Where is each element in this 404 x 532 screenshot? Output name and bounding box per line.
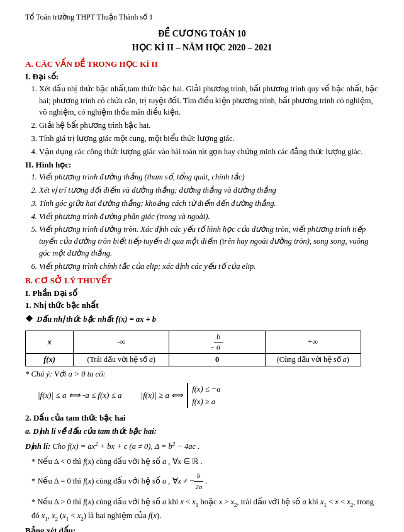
abs-formula-right: |f(x)| ≥ a ⟺ f(x) ≤ −a f(x) ≥ a — [141, 383, 221, 408]
diamond-label: ❖ Dấu nhị thức bậc nhất f(x) = ax + b — [25, 312, 379, 326]
list-item: Viết phương trình đường tròn. Xác định c… — [39, 224, 379, 259]
list-item: Viết phương trình đường phân giác (trong… — [39, 211, 379, 223]
list-item: Tính giá trị lượng giác một cung, một bi… — [39, 133, 379, 145]
part1-label: I. Đại số: — [25, 72, 379, 82]
list-item: Vận dụng các công thức lượng giác vào bà… — [39, 146, 379, 158]
bullet2: * Nếu Δ = 0 thì f(x) cùng dấu với hệ số … — [31, 470, 379, 493]
diamond-icon: ❖ — [25, 314, 33, 324]
list-item: Viết phương trình đường thẳng (tham số, … — [39, 171, 379, 183]
bullet1: * Nếu Δ < 0 thì f(x) cùng dấu với hệ số … — [31, 455, 379, 468]
sub1-label: 1. Nhị thức bậc nhất — [25, 300, 379, 310]
school-header: Tổ Toán trường THPT Thuận Thành số 1 — [25, 13, 379, 22]
title-line2: HỌC KÌ II – NĂM HỌC 2020 – 2021 — [25, 41, 379, 55]
document-title: ĐỀ CƯƠNG TOÁN 10 HỌC KÌ II – NĂM HỌC 202… — [25, 27, 379, 55]
bang-xet-dau-label: Bảng xét dấu: — [25, 526, 379, 532]
bullet3: * Nếu Δ > 0 thì f(x) cùng dấu với hệ số … — [31, 495, 379, 523]
list-item: Giải hệ bất phương trình bậc hai. — [39, 120, 379, 132]
list-item: Xét vị trí tương đối điểm và đường thẳng… — [39, 184, 379, 196]
sub2-label: 2. Dấu của tam thức bậc hai — [25, 413, 379, 423]
part-dai-so-label: I. Phần Đại số — [25, 288, 379, 298]
abs-formula-line: |f(x)| ≤ a ⟺ -a ≤ f(x) ≤ a |f(x)| ≥ a ⟺ … — [38, 383, 379, 408]
list-item: Tính góc giữa hai đường thẳng; khoảng cá… — [39, 198, 379, 210]
definition: Định lí: Cho f(x) = ax2 + bx + c (a ≠ 0)… — [25, 439, 379, 453]
part1-list: Xét dấu nhị thức bậc nhất,tam thức bậc h… — [25, 83, 379, 158]
school-name: Tổ Toán trường THPT Thuận Thành số 1 — [25, 13, 153, 21]
sign-table-1: x -∞ -ba +∞ f(x) (Trái dấu với hệ số a) … — [25, 331, 361, 366]
abs-formula-left: |f(x)| ≤ a ⟺ -a ≤ f(x) ≤ a — [38, 390, 122, 400]
list-item: Viết phương trình chính tắc của elip; xá… — [39, 261, 379, 273]
note-chu-y: * Chú ý: Với a > 0 ta có: — [25, 369, 379, 379]
section-a-heading: A. CÁC VẤN ĐỀ TRONG HỌC KÌ II — [25, 59, 379, 69]
list-item: Xét dấu nhị thức bậc nhất,tam thức bậc h… — [39, 83, 379, 118]
part2-label: II. Hình học: — [25, 160, 379, 170]
piecewise-block: f(x) ≤ −a f(x) ≥ a — [187, 383, 220, 408]
section-b-heading: B. CƠ SỞ LÝ THUYẾT — [25, 276, 379, 286]
part2-list: Viết phương trình đường thẳng (tham số, … — [25, 171, 379, 272]
title-line1: ĐỀ CƯƠNG TOÁN 10 — [25, 27, 379, 41]
sublabel-a: a. Định lí về dấu của tam thức bậc hai: — [25, 425, 379, 438]
